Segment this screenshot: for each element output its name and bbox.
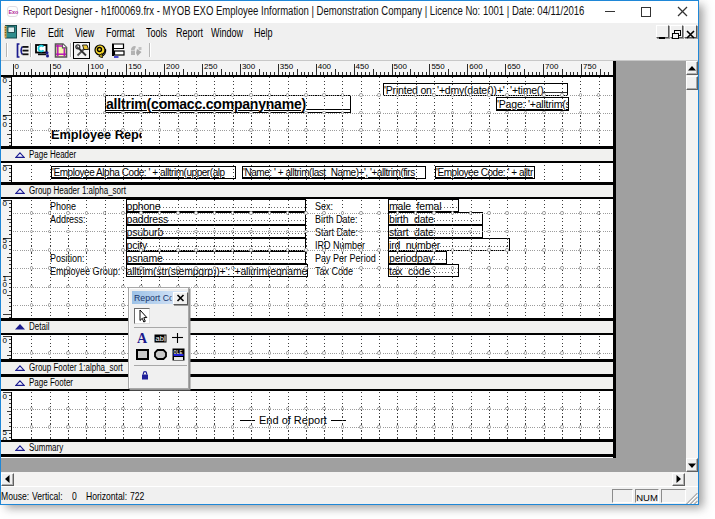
svg-text:ab: ab: [156, 334, 164, 343]
